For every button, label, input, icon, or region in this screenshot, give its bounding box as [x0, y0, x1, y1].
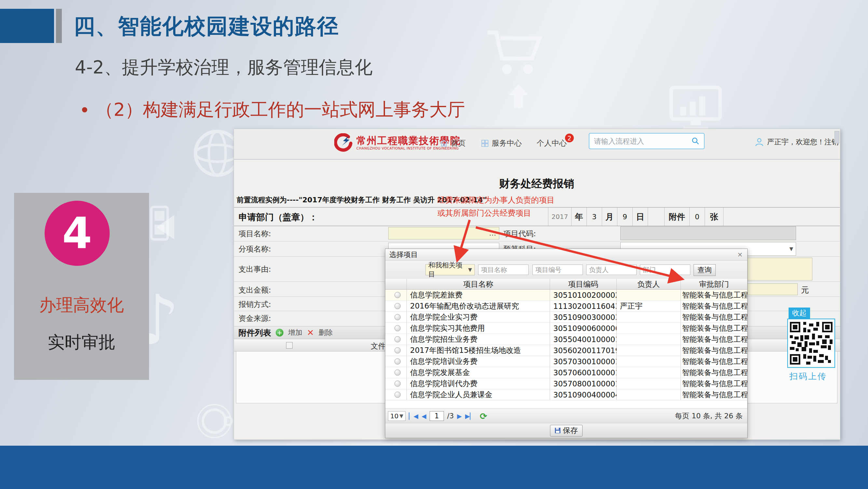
label-fund-source: 资金来源: [239, 313, 271, 323]
file-column-header: 文件 [371, 341, 386, 351]
radio-button[interactable] [395, 303, 401, 309]
dialog-title-bar[interactable]: 选择项目 ✕ [385, 249, 747, 261]
arrow-left-icon [150, 212, 186, 243]
portal-page-title: 财务处经费报销 [462, 177, 612, 191]
radio-button[interactable] [395, 392, 401, 398]
add-icon[interactable]: + [276, 329, 283, 337]
notification-badge: 2 [565, 134, 574, 142]
close-icon[interactable]: ✕ [737, 251, 743, 259]
attachment-add-button[interactable]: 增加 [288, 328, 302, 338]
row-radio-cell [385, 290, 406, 300]
phone-icon [150, 205, 192, 261]
filter-project-code-input[interactable] [532, 264, 583, 275]
cell-owner [616, 378, 681, 389]
lookup-ellipsis-button[interactable]: ... [489, 229, 496, 237]
cell-project-name: 2016年输配电价改动态进展研究 [406, 301, 550, 312]
card-line-efficiency: 办理高效化 [14, 294, 149, 317]
table-row[interactable]: 2017年图书馆15楼招生场地改造 30560200117019 智能装备与信息… [385, 345, 747, 356]
search-icon[interactable] [691, 137, 700, 146]
date-spacer [648, 207, 664, 226]
side-card: 4 办理高效化 实时审批 [14, 193, 149, 380]
cell-dept: 智能装备与信息工程学院 [681, 312, 747, 322]
page-number-input[interactable]: 1 [430, 411, 444, 421]
table-row[interactable]: 信息学院培训代办费 30570800100001 智能装备与信息工程学院 [385, 378, 747, 389]
pagination-bar: 10 ▼ ▏◀ ◀ 1 /3 ▶ ▶▏ ⟳ 每页 10 条, 共 26 条 [385, 408, 747, 423]
cell-owner [616, 334, 681, 345]
chevron-down-icon: ▼ [789, 246, 793, 252]
last-page-button[interactable]: ▶▏ [465, 412, 474, 420]
table-row[interactable]: 信息学院发展基金 30570600100001 智能装备与信息工程学院 [385, 367, 747, 378]
nav-home[interactable]: 首页 [440, 138, 466, 148]
cell-dept: 智能装备与信息工程学院 [681, 345, 747, 356]
project-name-input[interactable]: ... [388, 227, 499, 239]
nav-service-center[interactable]: 服务中心 [481, 138, 522, 148]
page-size-select[interactable]: 10 ▼ [388, 411, 405, 421]
cell-owner [616, 323, 681, 334]
label-expense-amount: 支出金额: [239, 285, 271, 295]
user-icon [754, 137, 765, 147]
select-all-checkbox[interactable] [286, 342, 292, 349]
filter-owner-input[interactable] [586, 264, 637, 275]
school-emblem-icon [334, 133, 353, 152]
cell-project-name: 信息学院培训业务费 [406, 356, 550, 367]
table-row[interactable]: 2016年输配电价改动态进展研究 11130200116043 严正宇 智能装备… [385, 301, 747, 312]
date-year-unit: 年 [571, 207, 587, 226]
prev-page-button[interactable]: ◀ [422, 412, 426, 420]
cell-project-code: 30550400100001 [550, 334, 616, 345]
table-row[interactable]: 信息学院实习其他费用 30510900600006 智能装备与信息工程学院 [385, 323, 747, 334]
search-input[interactable] [589, 137, 691, 145]
table-row[interactable]: 信息学院企业人员兼课金 30510900400004 智能装备与信息工程学院 [385, 389, 747, 400]
step-number-badge: 4 [44, 201, 110, 266]
cell-project-name: 信息学院实习其他费用 [406, 323, 550, 334]
qr-collapse-button[interactable]: 收起 [788, 308, 810, 319]
cell-owner [616, 356, 681, 367]
dialog-title: 选择项目 [389, 250, 418, 260]
nav-personal-center[interactable]: 个人中心 2 [537, 138, 567, 148]
qr-scan-label[interactable]: 扫码上传 [789, 371, 827, 382]
first-page-button[interactable]: ▏◀ [409, 412, 418, 420]
slide-bullet: （2）构建满足行政工作的一站式网上事务大厅 [82, 98, 465, 122]
radio-button[interactable] [395, 292, 401, 298]
cell-dept: 智能装备与信息工程学院 [681, 367, 747, 378]
refresh-icon[interactable]: ⟳ [480, 411, 487, 421]
query-button[interactable]: 查询 [693, 264, 716, 276]
attach-unit: 张 [705, 207, 723, 226]
cell-owner [616, 312, 681, 322]
red-annotation-line1: 经费来源限定为办事人负责的项目 [437, 194, 555, 206]
total-pages: /3 [447, 412, 454, 420]
next-page-button[interactable]: ▶ [457, 412, 462, 420]
filter-project-name-input[interactable] [478, 264, 529, 275]
table-row[interactable]: 信息学院招生业务费 30550400100001 智能装备与信息工程学院 [385, 334, 747, 345]
search-box[interactable] [589, 133, 705, 149]
user-account[interactable]: 严正宇，欢迎您！注销 [754, 137, 839, 147]
date-day-unit: 日 [632, 207, 648, 226]
radio-button[interactable] [395, 314, 401, 320]
filter-dropdown[interactable]: 和我相关项目 ▼ [425, 264, 475, 275]
radio-button[interactable] [395, 347, 401, 353]
cell-project-code: 30510900300003 [550, 312, 616, 322]
cell-dept: 智能装备与信息工程学院 [681, 323, 747, 334]
cell-owner [616, 367, 681, 378]
attachment-delete-button[interactable]: 删除 [319, 328, 333, 338]
col-project-code: 项目编码 [550, 279, 616, 289]
radio-button[interactable] [395, 380, 401, 387]
slide-bullet-text: （2）构建满足行政工作的一站式网上事务大厅 [96, 98, 465, 122]
radio-column-header [385, 279, 406, 289]
table-row[interactable]: 信息学院差旅费 30510100200002 智能装备与信息工程学院 [385, 290, 747, 301]
row-radio-cell [385, 367, 406, 378]
cell-project-code: 11130200116043 [550, 301, 616, 312]
table-row[interactable]: 信息学院企业实习费 30510900300003 智能装备与信息工程学院 [385, 312, 747, 323]
scrollbar-thumb[interactable] [835, 131, 839, 143]
radio-button[interactable] [395, 325, 401, 331]
portal-nav: 首页 服务中心 个人中心 2 [440, 138, 567, 148]
col-project-name: 项目名称 [406, 279, 550, 289]
cell-project-code: 30560200117019 [550, 345, 616, 356]
save-button[interactable]: 保存 [550, 425, 583, 436]
table-row[interactable]: 信息学院培训业务费 30570300100001 智能装备与信息工程学院 [385, 356, 747, 367]
filter-dept-input[interactable] [640, 264, 690, 275]
radio-button[interactable] [395, 369, 401, 376]
radio-button[interactable] [395, 336, 401, 342]
delete-x-icon[interactable]: ✕ [307, 328, 314, 338]
radio-button[interactable] [395, 358, 401, 365]
col-dept: 审批部门 [681, 279, 747, 289]
